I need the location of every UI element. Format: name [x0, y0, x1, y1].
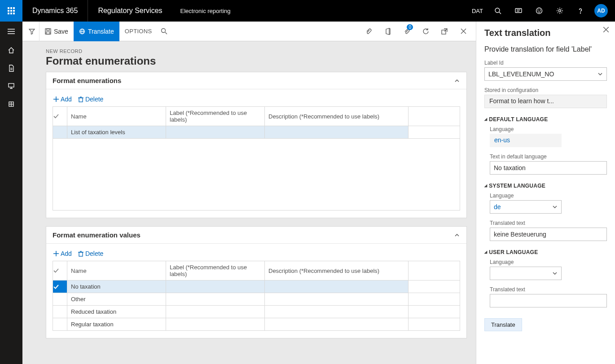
table-row[interactable]: Regular taxation [53, 318, 460, 331]
refresh-button[interactable] [417, 22, 434, 41]
breadcrumb[interactable]: Electronic reporting [172, 8, 239, 14]
default-text-input[interactable]: No taxation [490, 161, 607, 175]
svg-rect-37 [79, 252, 83, 256]
app-launcher-button[interactable] [0, 0, 22, 22]
system-language-select[interactable]: de [490, 200, 562, 214]
section1-title: Format enumerations [53, 77, 121, 84]
table-row[interactable]: List of taxation levels [53, 126, 460, 139]
user-language-select[interactable] [490, 267, 562, 280]
section1-grid[interactable]: Name Label (*Recommended to use labels) … [53, 106, 460, 139]
section1-delete-button[interactable]: Delete [78, 96, 103, 103]
close-form-button[interactable] [455, 22, 471, 41]
stored-config-value: Format to learn how t... [484, 95, 607, 108]
message-icon [515, 7, 522, 14]
help-button[interactable] [570, 0, 591, 22]
actionbar-search-button[interactable] [157, 22, 171, 41]
main-area: Save Translate OPTIONS 0 NEW RECORD Form… [22, 22, 476, 364]
table-row[interactable]: No taxation [53, 281, 460, 293]
nav-home[interactable] [0, 41, 22, 59]
col-name[interactable]: Name [67, 107, 166, 126]
translate-action-button[interactable]: Translate [484, 318, 522, 331]
default-language-section[interactable]: DEFAULT LANGUAGE [484, 116, 607, 123]
table-row[interactable]: Other [53, 293, 460, 306]
cell-name[interactable]: Other [67, 293, 166, 306]
nav-workspaces[interactable] [0, 77, 22, 95]
cell-label[interactable] [166, 126, 265, 139]
avatar[interactable]: AD [594, 4, 608, 18]
row-checkbox[interactable] [53, 281, 67, 293]
refresh-icon [422, 28, 429, 35]
company-picker[interactable]: DAT [467, 0, 488, 22]
page-header: NEW RECORD Format enumerations [22, 41, 476, 72]
cell-name[interactable]: No taxation [67, 281, 166, 293]
office-button[interactable] [380, 22, 396, 41]
col-desc[interactable]: Description (*Recommended to use labels) [265, 261, 409, 281]
settings-button[interactable] [549, 0, 570, 22]
col-label[interactable]: Label (*Recommended to use labels) [166, 261, 265, 281]
feedback-button[interactable] [529, 0, 549, 22]
section2-grid[interactable]: Name Label (*Recommended to use labels) … [53, 261, 460, 331]
svg-point-25 [162, 29, 166, 33]
svg-point-9 [580, 13, 580, 13]
col-label[interactable]: Label (*Recommended to use labels) [166, 107, 265, 126]
cell-label[interactable] [166, 281, 265, 293]
translation-panel: Text translation Provide translation for… [476, 22, 615, 364]
row-checkbox[interactable] [53, 126, 67, 139]
cell-label[interactable] [166, 306, 265, 318]
cell-name[interactable]: List of taxation levels [67, 126, 166, 139]
notifications-button[interactable]: 0 [399, 22, 415, 41]
system-text-input[interactable]: keine Besteuerung [490, 228, 607, 241]
row-checkbox[interactable] [53, 293, 67, 306]
table-row[interactable]: Reduced taxation [53, 306, 460, 318]
select-all-checkbox[interactable] [53, 261, 67, 281]
filter-pane-toggle[interactable] [24, 22, 40, 41]
brand-title[interactable]: Dynamics 365 [22, 0, 88, 22]
section2-delete-button[interactable]: Delete [78, 250, 103, 257]
select-all-checkbox[interactable] [53, 107, 67, 126]
notification-badge: 0 [407, 24, 413, 30]
module-title: Regulatory Services [88, 0, 172, 22]
nav-modules[interactable] [0, 95, 22, 113]
nav-recent[interactable] [0, 59, 22, 77]
label-id-select[interactable]: LBL_LEVELENUM_NO [484, 67, 607, 81]
col-desc[interactable]: Description (*Recommended to use labels) [265, 107, 409, 126]
chevron-up-icon [454, 232, 460, 238]
chevron-down-icon [597, 71, 603, 77]
save-button[interactable]: Save [40, 22, 74, 41]
default-language-value[interactable]: en-us [490, 134, 562, 147]
translate-button[interactable]: Translate [74, 22, 119, 41]
section-format-enumerations: Format enumerations Add Delete Name [46, 72, 467, 218]
search-button[interactable] [488, 0, 508, 22]
close-icon [461, 28, 466, 34]
cell-desc[interactable] [265, 306, 409, 318]
waffle-icon [8, 7, 15, 14]
panel-close-button[interactable] [603, 27, 609, 32]
cell-name[interactable]: Reduced taxation [67, 306, 166, 318]
content-scroll[interactable]: Format enumerations Add Delete Name [22, 72, 476, 360]
hamburger-button[interactable] [0, 22, 22, 41]
user-text-input[interactable] [490, 294, 607, 307]
plus-icon [53, 96, 59, 102]
section1-header[interactable]: Format enumerations [46, 72, 466, 89]
row-checkbox[interactable] [53, 306, 67, 318]
popout-button[interactable] [436, 22, 452, 41]
cell-label[interactable] [166, 318, 265, 331]
messages-button[interactable] [508, 0, 529, 22]
section1-add-button[interactable]: Add [53, 96, 72, 103]
attachments-button[interactable] [361, 22, 377, 41]
system-language-section[interactable]: SYSTEM LANGUAGE [484, 183, 607, 189]
row-checkbox[interactable] [53, 318, 67, 331]
cell-desc[interactable] [265, 293, 409, 306]
cell-desc[interactable] [265, 126, 409, 139]
user-language-section[interactable]: USER LANGUAGE [484, 249, 607, 255]
cell-desc[interactable] [265, 318, 409, 331]
cell-name[interactable]: Regular taxation [67, 318, 166, 331]
svg-line-1 [499, 12, 501, 14]
chevron-down-icon [552, 271, 558, 276]
section2-header[interactable]: Format enumeration values [46, 227, 466, 244]
section2-add-button[interactable]: Add [53, 250, 72, 257]
options-button[interactable]: OPTIONS [119, 22, 158, 41]
cell-desc[interactable] [265, 281, 409, 293]
col-name[interactable]: Name [67, 261, 166, 281]
cell-label[interactable] [166, 293, 265, 306]
